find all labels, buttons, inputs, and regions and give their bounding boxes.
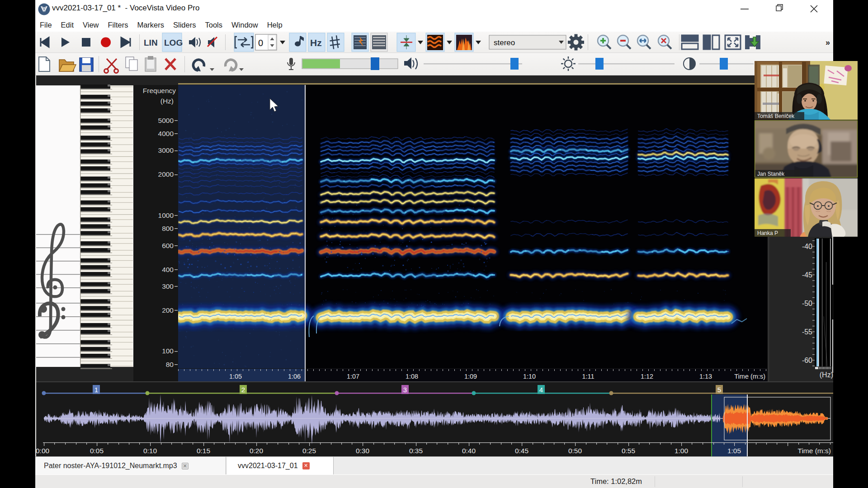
svg-text:0:55: 0:55 <box>622 447 635 455</box>
svg-text:Frequency: Frequency <box>143 87 176 94</box>
svg-text:80: 80 <box>166 361 174 368</box>
svg-text:Hanka P: Hanka P <box>757 230 778 236</box>
svg-text:-60: -60 <box>802 357 812 364</box>
svg-text:1000: 1000 <box>158 211 174 219</box>
svg-text:0:40: 0:40 <box>462 447 476 455</box>
svg-text:0:30: 0:30 <box>356 447 370 455</box>
svg-text:0:50: 0:50 <box>568 447 582 455</box>
svg-text:300: 300 <box>162 282 174 290</box>
svg-text:400: 400 <box>162 266 174 273</box>
svg-text:5000: 5000 <box>158 117 174 124</box>
svg-text:5: 5 <box>717 386 721 394</box>
svg-text:1:10: 1:10 <box>523 373 536 380</box>
svg-text:0:35: 0:35 <box>409 447 423 455</box>
svg-text:Hz: Hz <box>310 38 322 48</box>
svg-text:LOG: LOG <box>164 38 183 47</box>
svg-text:0:45: 0:45 <box>515 447 528 455</box>
svg-text:-40: -40 <box>802 243 812 250</box>
svg-text:3000: 3000 <box>158 146 174 154</box>
svg-text:(Hz): (Hz) <box>820 371 833 379</box>
svg-text:1:05: 1:05 <box>229 373 242 380</box>
svg-text:(Hz): (Hz) <box>160 97 174 105</box>
svg-text:1:13: 1:13 <box>699 373 712 380</box>
svg-text:0:05: 0:05 <box>90 447 104 455</box>
svg-text:1:00: 1:00 <box>675 447 689 455</box>
svg-text:-45: -45 <box>802 271 812 279</box>
svg-text:0:00: 0:00 <box>36 447 50 455</box>
svg-text:0:25: 0:25 <box>302 447 316 455</box>
svg-text:0:10: 0:10 <box>143 447 157 455</box>
svg-text:-50: -50 <box>802 300 812 307</box>
svg-text:4: 4 <box>539 386 543 394</box>
svg-text:Time (m:s): Time (m:s) <box>798 447 831 455</box>
svg-text:LIN: LIN <box>144 38 158 47</box>
svg-text:2: 2 <box>241 386 245 394</box>
svg-text:»: » <box>826 38 830 47</box>
svg-text:1:11: 1:11 <box>582 373 594 380</box>
svg-text:1:07: 1:07 <box>347 373 359 380</box>
svg-text:1:05: 1:05 <box>727 447 741 455</box>
svg-text:1: 1 <box>94 386 98 394</box>
svg-text:0: 0 <box>258 38 263 48</box>
svg-text:2000: 2000 <box>158 170 174 178</box>
svg-text:Time (m:s): Time (m:s) <box>734 373 765 380</box>
svg-text:4000: 4000 <box>158 130 174 137</box>
svg-text:0:15: 0:15 <box>197 447 210 455</box>
svg-text:3: 3 <box>403 386 407 394</box>
svg-text:1:08: 1:08 <box>406 373 418 380</box>
svg-text:800: 800 <box>162 225 174 232</box>
svg-text:1:06: 1:06 <box>288 373 301 380</box>
svg-text:1:12: 1:12 <box>641 373 653 380</box>
svg-text:200: 200 <box>162 306 174 314</box>
svg-text:100: 100 <box>162 347 174 355</box>
svg-text:600: 600 <box>162 242 174 249</box>
svg-text:0:20: 0:20 <box>250 447 264 455</box>
svg-text:1:09: 1:09 <box>464 373 477 380</box>
svg-text:Tomáš Beníček: Tomáš Beníček <box>757 113 795 119</box>
svg-text:stereo: stereo <box>494 38 515 47</box>
svg-text:Jan Staněk: Jan Staněk <box>757 171 785 177</box>
svg-text:-55: -55 <box>802 328 812 336</box>
